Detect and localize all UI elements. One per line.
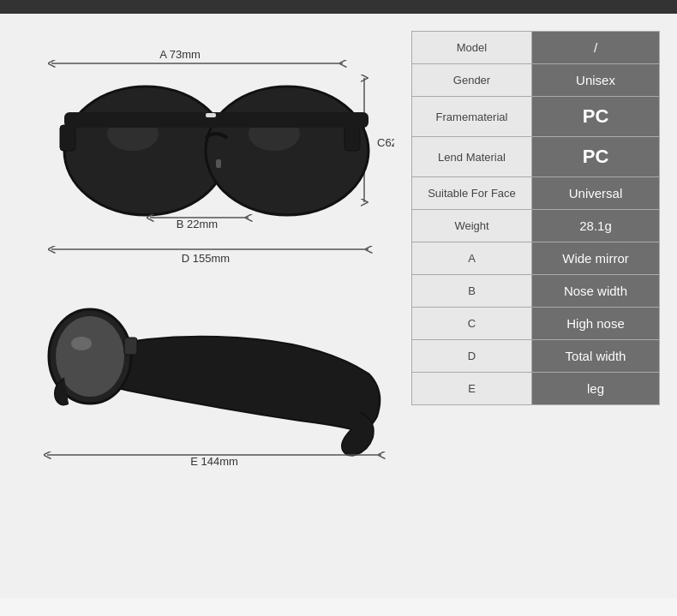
- svg-rect-10: [216, 159, 221, 168]
- svg-text:C62mm: C62mm: [377, 136, 394, 149]
- spec-value: /: [532, 32, 659, 63]
- svg-text:D 155mm: D 155mm: [182, 252, 230, 265]
- table-row: Lend MaterialPC: [412, 137, 659, 177]
- table-row: Suitable For FaceUniversal: [412, 177, 659, 210]
- spec-key: Framematerial: [412, 97, 532, 136]
- spec-key: B: [412, 275, 532, 307]
- spec-key: Gender: [412, 64, 532, 96]
- spec-value: PC: [532, 137, 659, 176]
- spec-value: PC: [532, 97, 659, 136]
- svg-point-19: [56, 316, 124, 397]
- site-header: [0, 0, 677, 14]
- svg-text:B 22mm: B 22mm: [177, 218, 218, 230]
- spec-key: D: [412, 340, 532, 372]
- spec-key: Suitable For Face: [412, 177, 532, 209]
- spec-value: 28.1g: [532, 210, 659, 242]
- svg-text:E 144mm: E 144mm: [190, 455, 238, 468]
- spec-value: Unisex: [532, 64, 659, 96]
- table-row: FramematerialPC: [412, 97, 659, 137]
- svg-rect-12: [197, 112, 368, 128]
- svg-point-5: [206, 87, 368, 215]
- svg-point-4: [64, 87, 227, 215]
- svg-rect-7: [344, 125, 360, 151]
- table-row: GenderUnisex: [412, 64, 659, 97]
- svg-rect-13: [206, 113, 216, 117]
- spec-key: E: [412, 373, 532, 404]
- table-row: AWide mirror: [412, 242, 659, 275]
- spec-value: Total width: [532, 340, 659, 372]
- spec-key: Lend Material: [412, 137, 532, 176]
- front-view: A 73mm C62mm: [26, 31, 394, 279]
- spec-value: Nose width: [532, 275, 659, 307]
- table-row: Eleg: [412, 373, 659, 404]
- specs-table: Model/GenderUnisexFramematerialPCLend Ma…: [411, 31, 660, 405]
- svg-rect-21: [124, 338, 137, 355]
- spec-value: leg: [532, 373, 659, 404]
- table-row: CHigh nose: [412, 308, 659, 340]
- spec-key: A: [412, 242, 532, 274]
- table-row: Model/: [412, 32, 659, 64]
- spec-value: High nose: [532, 308, 659, 339]
- main-content: A 73mm C62mm: [0, 14, 677, 598]
- svg-rect-6: [60, 125, 75, 151]
- spec-value: Wide mirror: [532, 242, 659, 274]
- spec-value: Universal: [532, 177, 659, 209]
- side-view: E 144mm: [26, 271, 394, 468]
- svg-point-20: [71, 337, 92, 350]
- product-section: A 73mm C62mm: [26, 31, 394, 581]
- table-row: BNose width: [412, 275, 659, 308]
- spec-key: Weight: [412, 210, 532, 242]
- spec-key: Model: [412, 32, 532, 63]
- table-row: DTotal width: [412, 340, 659, 373]
- table-row: Weight28.1g: [412, 210, 659, 242]
- svg-text:A 73mm: A 73mm: [159, 48, 201, 61]
- spec-key: C: [412, 308, 532, 339]
